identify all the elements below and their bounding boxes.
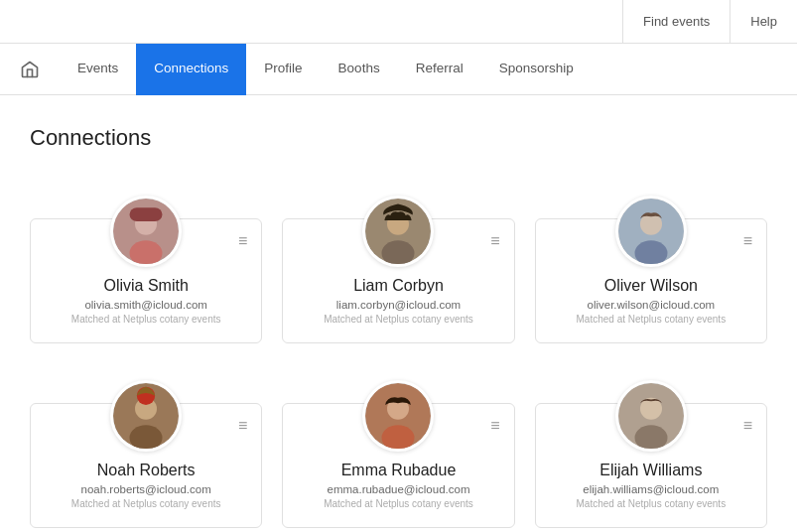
- svg-point-19: [634, 425, 667, 451]
- nav-item-referral[interactable]: Referral: [398, 44, 481, 95]
- avatar-4: [362, 380, 434, 452]
- card-email-3: noah.roberts@icloud.com: [47, 483, 245, 495]
- card-matched-3: Matched at Netplus cotany events: [47, 498, 245, 509]
- top-bar-links: Find events Help: [622, 0, 797, 44]
- avatar-wrapper-5: [552, 380, 750, 452]
- card-matched-4: Matched at Netplus cotany events: [299, 498, 497, 509]
- connection-card-2: ≡ Oliver Wilson oliver.wilson@icloud.com…: [535, 218, 767, 343]
- home-icon[interactable]: [10, 50, 50, 89]
- find-events-link[interactable]: Find events: [622, 0, 730, 44]
- card-name-5: Elijah Williams: [552, 462, 750, 479]
- svg-point-9: [634, 240, 667, 266]
- nav-links: Events Connections Profile Booths Referr…: [60, 44, 592, 94]
- avatar-wrapper-4: [299, 380, 497, 452]
- card-name-4: Emma Rubadue: [299, 462, 497, 479]
- card-matched-1: Matched at Netplus cotany events: [299, 314, 497, 325]
- avatar-wrapper-1: [299, 196, 497, 267]
- card-email-4: emma.rubadue@icloud.com: [299, 483, 497, 495]
- nav-item-profile[interactable]: Profile: [246, 44, 320, 95]
- card-matched-0: Matched at Netplus cotany events: [47, 314, 245, 325]
- nav-item-connections[interactable]: Connections: [136, 44, 246, 95]
- connection-card-5: ≡ Elijah Williams elijah.williams@icloud…: [535, 403, 767, 528]
- card-menu-icon-4[interactable]: ≡: [490, 418, 499, 434]
- card-name-2: Oliver Wilson: [552, 277, 750, 295]
- connection-card-0: ≡ Olivia Smith olivia.smith@icloud.com M…: [30, 218, 262, 343]
- avatar-wrapper-2: [552, 196, 750, 267]
- avatar-2: [615, 196, 687, 267]
- card-name-3: Noah Roberts: [47, 462, 245, 479]
- nav-bar: Events Connections Profile Booths Referr…: [0, 44, 797, 95]
- connections-row-2: ≡ Noah Roberts noah.roberts@icloud.com M…: [30, 363, 767, 528]
- avatar-wrapper-0: [47, 196, 245, 267]
- avatar-5: [615, 380, 687, 452]
- connection-card-4: ≡ Emma Rubadue emma.rubadue@icloud.com M…: [282, 403, 514, 528]
- page-title: Connections: [30, 125, 767, 151]
- card-menu-icon-5[interactable]: ≡: [743, 418, 752, 434]
- nav-item-sponsorship[interactable]: Sponsorship: [481, 44, 592, 95]
- connection-card-3: ≡ Noah Roberts noah.roberts@icloud.com M…: [30, 403, 262, 528]
- nav-item-booths[interactable]: Booths: [321, 44, 398, 95]
- avatar-wrapper-3: [47, 380, 245, 452]
- card-name-0: Olivia Smith: [47, 277, 245, 295]
- svg-point-6: [382, 240, 415, 266]
- svg-rect-3: [130, 207, 163, 221]
- svg-point-16: [382, 425, 415, 451]
- top-bar: Find events Help: [0, 0, 797, 44]
- card-email-1: liam.corbyn@icloud.com: [299, 299, 497, 311]
- card-menu-icon-2[interactable]: ≡: [743, 233, 752, 249]
- avatar-0: [110, 196, 182, 267]
- svg-point-12: [130, 425, 163, 451]
- connection-card-1: ≡ Liam Corbyn liam.corbyn@icloud.com Mat…: [282, 218, 514, 343]
- card-email-2: oliver.wilson@icloud.com: [552, 299, 750, 311]
- card-menu-icon-3[interactable]: ≡: [238, 418, 247, 434]
- avatar-3: [110, 380, 182, 452]
- page-content: Connections ≡ Olivia Smith olivia.smith@…: [0, 95, 797, 532]
- avatar-1: [362, 196, 434, 267]
- card-matched-5: Matched at Netplus cotany events: [552, 498, 750, 509]
- help-link[interactable]: Help: [730, 0, 797, 44]
- card-menu-icon-1[interactable]: ≡: [490, 233, 499, 249]
- svg-point-2: [130, 240, 163, 266]
- card-email-5: elijah.williams@icloud.com: [552, 483, 750, 495]
- card-menu-icon-0[interactable]: ≡: [238, 233, 247, 249]
- nav-item-events[interactable]: Events: [60, 44, 136, 95]
- card-email-0: olivia.smith@icloud.com: [47, 299, 245, 311]
- card-matched-2: Matched at Netplus cotany events: [552, 314, 750, 325]
- connections-row-1: ≡ Olivia Smith olivia.smith@icloud.com M…: [30, 179, 767, 343]
- card-name-1: Liam Corbyn: [299, 277, 497, 295]
